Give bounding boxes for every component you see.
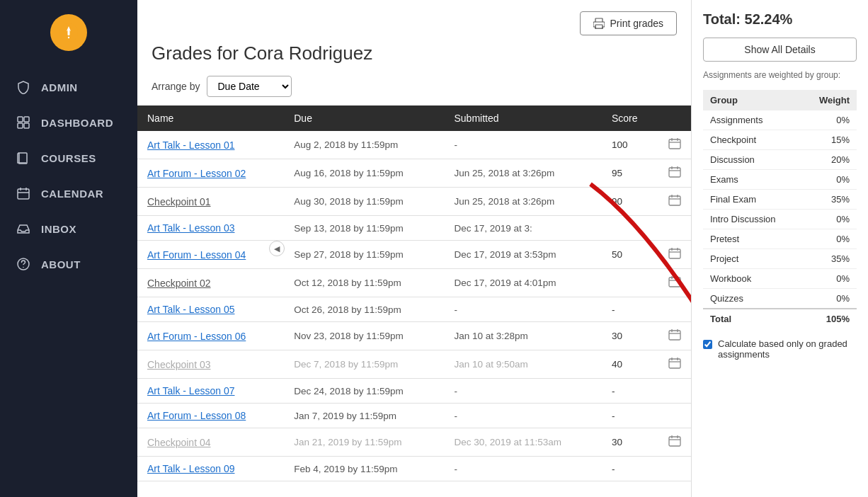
weight-row: Workbook0%	[703, 269, 857, 289]
assignment-link[interactable]: Art Forum - Lesson 08	[147, 410, 246, 421]
weight-table: Group Weight Assignments0%Checkpoint15%D…	[703, 90, 857, 329]
svg-rect-11	[595, 25, 603, 28]
weight-row: Checkpoint15%	[703, 130, 857, 150]
show-all-details-button[interactable]: Show All Details	[703, 38, 857, 62]
row-submitted-cell: Dec 30, 2019 at 11:53am	[444, 428, 602, 457]
submission-icon-button[interactable]	[668, 329, 681, 341]
weight-total-label: Total	[703, 309, 801, 329]
row-name-cell: Art Talk - Lesson 01	[137, 131, 284, 159]
row-name-cell: Checkpoint 03	[137, 350, 284, 379]
sidebar-item-about[interactable]: ABOUT	[0, 246, 137, 282]
assignment-link[interactable]: Art Forum - Lesson 04	[147, 249, 246, 261]
svg-rect-18	[669, 359, 680, 368]
submission-icon-button[interactable]	[668, 435, 681, 447]
table-row: Checkpoint 02Oct 12, 2018 by 11:59pmDec …	[137, 269, 691, 297]
weight-col-group: Group	[703, 90, 801, 110]
submission-icon-button[interactable]	[668, 357, 681, 370]
assignment-link[interactable]: Art Forum - Lesson 06	[147, 331, 246, 342]
row-submitted-cell: Jun 25, 2018 at 3:26pm	[444, 188, 602, 216]
svg-rect-10	[595, 18, 603, 22]
assignment-link[interactable]: Art Talk - Lesson 05	[147, 304, 234, 315]
logo-area	[0, 0, 137, 62]
svg-rect-15	[669, 249, 680, 258]
weight-value: 35%	[801, 190, 857, 210]
row-submitted-cell: Jan 10 at 9:50am	[444, 350, 602, 379]
weight-group-name: Intro Discussion	[703, 210, 801, 229]
row-name-cell: Art Forum - Lesson 06	[137, 322, 284, 350]
row-score-cell	[602, 269, 658, 297]
weight-row: Quizzes0%	[703, 289, 857, 309]
row-score-cell: 90	[602, 188, 658, 216]
collapse-sidebar-button[interactable]: ◀	[269, 241, 285, 256]
table-row: Art Talk - Lesson 07Dec 24, 2018 by 11:5…	[137, 379, 691, 404]
weight-group-name: Final Exam	[703, 190, 801, 210]
grades-table-body: Art Talk - Lesson 01Aug 2, 2018 by 11:59…	[137, 131, 691, 481]
submission-icon-button[interactable]	[668, 166, 681, 178]
row-name-cell: Art Talk - Lesson 05	[137, 297, 284, 322]
assignment-link[interactable]: Checkpoint 02	[147, 278, 211, 289]
row-score-cell: -	[602, 404, 658, 428]
submission-icon-button[interactable]	[668, 137, 681, 150]
sidebar-nav: ADMIN DASHBOARD COURSES CALENDAR INBOX	[0, 69, 137, 282]
assignment-link[interactable]: Art Talk - Lesson 03	[147, 222, 234, 234]
sidebar-item-courses[interactable]: COURSES	[0, 140, 137, 176]
assignment-link[interactable]: Checkpoint 03	[147, 359, 211, 370]
sidebar-item-dashboard[interactable]: DASHBOARD	[0, 105, 137, 140]
assignment-link[interactable]: Checkpoint 01	[147, 196, 211, 207]
svg-rect-19	[669, 437, 680, 446]
row-score-cell: 100	[602, 131, 658, 159]
arrange-select[interactable]: Due Date Title	[207, 76, 292, 97]
svg-rect-3	[18, 117, 23, 122]
row-name-cell: Checkpoint 01	[137, 188, 284, 216]
table-row: Art Forum - Lesson 08Jan 7, 2019 by 11:5…	[137, 404, 691, 428]
grid-icon	[16, 115, 31, 130]
row-submitted-cell: Dec 17, 2019 at 4:01pm	[444, 269, 602, 297]
row-action-cell	[658, 428, 691, 457]
row-action-cell	[658, 322, 691, 350]
assignment-link[interactable]: Art Talk - Lesson 09	[147, 463, 234, 474]
svg-rect-5	[18, 123, 23, 128]
sidebar-item-dashboard-label: DASHBOARD	[41, 117, 113, 129]
row-due-cell: Jan 7, 2019 by 11:59pm	[284, 404, 444, 428]
svg-point-2	[68, 37, 69, 38]
grades-table: Name Due Submitted Score Art Talk - Less…	[137, 105, 691, 481]
svg-rect-1	[68, 30, 70, 35]
weight-col-weight: Weight	[801, 90, 857, 110]
sidebar-item-calendar[interactable]: CALENDAR	[0, 176, 137, 211]
sidebar-item-admin[interactable]: ADMIN	[0, 69, 137, 105]
row-score-cell: -	[602, 379, 658, 404]
submission-icon-button[interactable]	[668, 275, 681, 288]
weight-row: Final Exam35%	[703, 190, 857, 210]
svg-rect-16	[669, 278, 680, 287]
table-row: Art Forum - Lesson 04Sep 27, 2018 by 11:…	[137, 241, 691, 269]
row-due-cell: Oct 12, 2018 by 11:59pm	[284, 269, 444, 297]
submission-icon-button[interactable]	[668, 247, 681, 260]
arrange-label: Arrange by	[152, 81, 200, 92]
print-grades-button[interactable]: Print grades	[580, 11, 677, 35]
weight-value: 0%	[801, 269, 857, 289]
row-due-cell: Jan 21, 2019 by 11:59pm	[284, 428, 444, 457]
table-row: Art Talk - Lesson 01Aug 2, 2018 by 11:59…	[137, 131, 691, 159]
sidebar-item-inbox[interactable]: INBOX	[0, 211, 137, 246]
assignment-link[interactable]: Checkpoint 04	[147, 437, 211, 448]
assignment-link[interactable]: Art Talk - Lesson 07	[147, 385, 234, 396]
weight-row: Exams0%	[703, 170, 857, 190]
printer-icon	[593, 18, 605, 29]
row-submitted-cell: Jan 10 at 3:28pm	[444, 322, 602, 350]
calc-checkbox-input[interactable]	[703, 340, 712, 349]
svg-rect-4	[24, 117, 29, 122]
assignment-link[interactable]: Art Talk - Lesson 01	[147, 139, 234, 151]
weight-value: 35%	[801, 249, 857, 269]
weight-row: Assignments0%	[703, 110, 857, 130]
weight-value: 15%	[801, 130, 857, 150]
col-due: Due	[284, 105, 444, 131]
svg-rect-13	[669, 168, 680, 177]
weight-group-name: Checkpoint	[703, 130, 801, 150]
calc-checkbox-row: Calculate based only on graded assignmen…	[703, 338, 857, 360]
main-header: Print grades	[137, 0, 691, 35]
logo-icon	[50, 14, 87, 51]
row-name-cell: Art Forum - Lesson 02	[137, 159, 284, 188]
submission-icon-button[interactable]	[668, 194, 681, 207]
assignment-link[interactable]: Art Forum - Lesson 02	[147, 168, 246, 179]
table-row: Checkpoint 03Dec 7, 2018 by 11:59pmJan 1…	[137, 350, 691, 379]
